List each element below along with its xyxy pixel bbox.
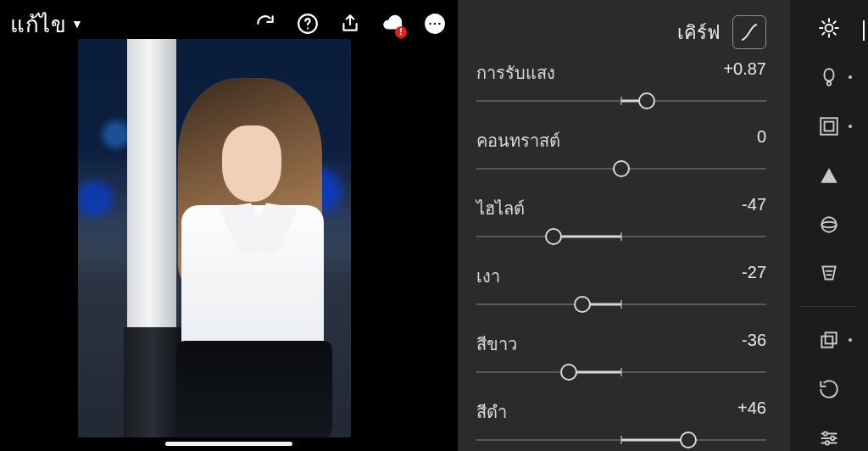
sidebar-separator	[801, 306, 857, 307]
more-icon[interactable]	[422, 11, 448, 36]
slider-value: -27	[742, 263, 766, 290]
tool-versions[interactable]	[815, 376, 843, 402]
tool-effects[interactable]	[815, 114, 843, 139]
tone-curve-button[interactable]	[732, 15, 766, 49]
home-indicator[interactable]	[165, 442, 292, 446]
panel-header: เคิร์ฟ	[476, 12, 766, 53]
svg-rect-12	[821, 337, 832, 348]
svg-point-6	[826, 25, 833, 32]
slider-knob[interactable]	[560, 364, 577, 381]
slider-knob[interactable]	[574, 296, 591, 313]
chevron-down-icon: ▼	[71, 17, 83, 31]
photo-content	[78, 39, 351, 437]
slider-label: เงา	[476, 263, 500, 290]
tool-detail[interactable]	[815, 163, 843, 188]
edit-panel: เคิร์ฟ การรับแสง+0.87คอนทราสต์0ไฮไลต์-47…	[458, 0, 790, 451]
slider-track[interactable]	[476, 158, 766, 180]
svg-point-4	[433, 22, 436, 25]
slider-value: +46	[737, 398, 766, 426]
slider-knob[interactable]	[638, 92, 655, 109]
slider-value: -47	[742, 195, 766, 222]
slider-knob[interactable]	[680, 432, 697, 448]
slider-list: การรับแสง+0.87คอนทราสต์0ไฮไลต์-47เงา-27ส…	[476, 59, 766, 451]
svg-point-16	[826, 441, 829, 444]
svg-rect-8	[821, 118, 837, 135]
slider-2: ไฮไลต์-47	[476, 195, 766, 248]
svg-point-14	[824, 432, 827, 435]
slider-5: สีดำ+46	[476, 398, 766, 451]
tool-optics[interactable]	[815, 212, 843, 237]
slider-track[interactable]	[476, 361, 766, 383]
slider-label: สีดำ	[476, 398, 507, 426]
tool-geometry[interactable]	[815, 261, 843, 287]
slider-3: เงา-27	[476, 263, 766, 315]
svg-point-7	[827, 81, 831, 85]
slider-value: +0.87	[723, 59, 766, 86]
svg-point-10	[821, 217, 836, 231]
slider-track[interactable]	[476, 293, 766, 315]
slider-value: 0	[757, 127, 766, 154]
share-icon[interactable]	[337, 11, 363, 36]
active-tool-marker	[863, 20, 865, 41]
slider-1: คอนทราสต์0	[476, 127, 766, 180]
cloud-sync-icon[interactable]: !	[380, 11, 405, 36]
slider-track[interactable]	[476, 429, 766, 451]
panel-title: เคิร์ฟ	[677, 18, 721, 47]
tool-presets[interactable]	[815, 327, 843, 353]
tool-color[interactable]	[815, 64, 843, 90]
slider-label: สีขาว	[476, 331, 517, 358]
slider-track[interactable]	[476, 226, 766, 248]
svg-rect-13	[826, 333, 837, 344]
slider-knob[interactable]	[613, 160, 630, 177]
slider-label: ไฮไลต์	[476, 195, 525, 222]
slider-4: สีขาว-36	[476, 331, 766, 383]
slider-knob[interactable]	[545, 228, 562, 245]
slider-label: การรับแสง	[476, 59, 555, 86]
svg-point-11	[821, 221, 836, 227]
mode-dropdown[interactable]: แก้ไข ▼	[10, 7, 83, 42]
slider-0: การรับแสง+0.87	[476, 59, 766, 112]
svg-rect-9	[825, 121, 834, 131]
cloud-alert-badge: !	[395, 26, 407, 38]
slider-label: คอนทราสต์	[476, 127, 560, 154]
tool-indicator-dot	[849, 125, 852, 128]
top-icons: !	[253, 11, 448, 36]
mode-label-text: แก้ไข	[10, 7, 66, 42]
app-root: แก้ไข ▼ !	[0, 0, 868, 451]
tool-adjustments[interactable]	[815, 426, 843, 451]
help-icon[interactable]	[295, 11, 320, 36]
slider-track[interactable]	[476, 90, 766, 112]
svg-point-15	[831, 437, 834, 440]
tool-light[interactable]	[815, 15, 843, 41]
photo-preview[interactable]	[78, 39, 351, 437]
canvas-area: แก้ไข ▼ !	[0, 0, 458, 451]
slider-value: -36	[742, 331, 766, 358]
tool-indicator-dot	[849, 75, 852, 79]
redo-icon[interactable]	[253, 11, 278, 36]
svg-point-1	[307, 27, 309, 29]
tool-sidebar	[790, 0, 868, 451]
svg-point-5	[438, 22, 441, 25]
tool-indicator-dot	[849, 338, 852, 342]
svg-point-3	[429, 22, 431, 25]
